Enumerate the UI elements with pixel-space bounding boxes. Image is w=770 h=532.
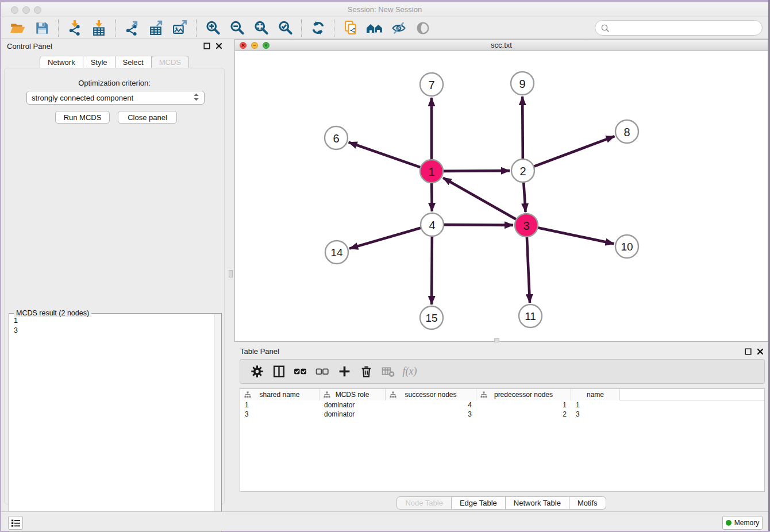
table-cell[interactable]: 4 — [386, 400, 476, 410]
zoom-in-icon[interactable] — [204, 20, 221, 37]
select-all-columns-icon[interactable] — [292, 364, 309, 380]
graph-node-label-14: 14 — [330, 246, 343, 259]
zoom-out-icon[interactable] — [228, 20, 245, 37]
add-column-icon[interactable] — [336, 364, 352, 380]
tab-network[interactable]: Network — [40, 56, 83, 68]
homes-icon[interactable] — [366, 20, 383, 37]
table-cell[interactable]: 3 — [240, 410, 319, 419]
optimization-criterion-value: strongly connected component — [32, 94, 133, 102]
table-cell[interactable]: 1 — [476, 400, 571, 410]
optimization-criterion-select[interactable]: strongly connected component — [26, 91, 205, 105]
mcds-result-text[interactable]: 1 3 — [10, 316, 18, 336]
vertical-splitter-handle[interactable] — [229, 270, 233, 277]
zoom-fit-icon[interactable] — [252, 20, 270, 37]
tab-select[interactable]: Select — [115, 56, 152, 68]
gear-icon[interactable] — [249, 364, 265, 380]
column-header-name[interactable]: name — [571, 389, 620, 400]
tab-motifs[interactable]: Motifs — [569, 496, 606, 510]
control-panel-title: Control Panel — [7, 42, 52, 51]
refresh-icon[interactable] — [309, 20, 326, 37]
network-minimize-icon[interactable]: − — [251, 42, 258, 49]
table-row[interactable]: 1dominator411 — [240, 400, 764, 410]
tab-mcds[interactable]: MCDS — [151, 56, 189, 68]
graph-edge-3-1[interactable] — [443, 178, 517, 219]
table-cell[interactable]: 1 — [571, 400, 620, 410]
tab-style[interactable]: Style — [83, 56, 116, 68]
column-header-shared-name[interactable]: shared name — [240, 389, 319, 400]
graph-edge-2-8[interactable] — [534, 136, 615, 167]
graph-node-label-7: 7 — [428, 79, 434, 91]
close-table-panel-icon[interactable] — [757, 348, 764, 355]
open-folder-icon[interactable] — [9, 20, 26, 37]
toolbar-separator — [115, 20, 116, 37]
graph-edge-4-14[interactable] — [349, 228, 421, 249]
graph-node-label-6: 6 — [333, 132, 339, 145]
graph-edge-4-3[interactable] — [444, 225, 513, 225]
graph-edge-4-15[interactable] — [432, 236, 432, 304]
export-image-icon[interactable] — [171, 20, 188, 37]
table-cell[interactable]: dominator — [319, 410, 386, 419]
column-header-MCDS-role[interactable]: MCDS role — [319, 389, 386, 400]
minimize-window-icon[interactable] — [22, 6, 30, 14]
network-window-titlebar[interactable]: ✕ − + scc.txt — [235, 40, 768, 51]
close-panel-button[interactable]: Close panel — [118, 111, 177, 124]
graph-edge-2-9[interactable] — [522, 97, 523, 159]
table-row[interactable]: 3dominator323 — [240, 410, 764, 419]
close-panel-icon[interactable] — [215, 43, 222, 49]
memory-status-icon — [726, 520, 732, 526]
attribute-tree-icon — [390, 391, 396, 398]
clone-network-icon[interactable] — [342, 20, 359, 37]
column-header-successor-nodes[interactable]: successor nodes — [386, 389, 476, 400]
export-table-icon[interactable] — [147, 20, 164, 37]
import-network-icon[interactable] — [66, 20, 83, 37]
network-view-window: ✕ − + scc.txt 7968124314101511 — [234, 39, 768, 342]
window-title: Session: New Session — [1, 2, 768, 17]
split-columns-icon[interactable] — [271, 364, 287, 380]
save-icon[interactable] — [33, 20, 51, 37]
column-label: name — [587, 391, 604, 399]
zoom-window-icon[interactable] — [34, 6, 41, 14]
main-toolbar — [1, 17, 768, 39]
zoom-selected-icon[interactable] — [276, 20, 294, 37]
clear-selected-columns-icon[interactable] — [314, 364, 330, 380]
task-history-button[interactable] — [8, 516, 23, 530]
table-cell[interactable]: 3 — [571, 410, 620, 419]
table-cell[interactable]: 2 — [476, 410, 571, 419]
tab-edge-table[interactable]: Edge Table — [452, 496, 506, 510]
float-table-panel-icon[interactable] — [745, 348, 752, 355]
tab-network-table[interactable]: Network Table — [506, 496, 569, 510]
float-panel-icon[interactable] — [203, 43, 210, 49]
mcds-panel: Optimization criterion: strongly connect… — [4, 68, 225, 504]
memory-button[interactable]: Memory — [722, 516, 763, 530]
column-header-predecessor-nodes[interactable]: predecessor nodes — [476, 389, 571, 400]
search-box[interactable] — [595, 20, 763, 36]
graph-edge-2-3[interactable] — [523, 182, 525, 212]
network-close-icon[interactable]: ✕ — [240, 42, 247, 49]
network-zoom-icon[interactable]: + — [263, 42, 270, 49]
graph-edge-3-10[interactable] — [538, 228, 614, 244]
table-cell[interactable]: dominator — [319, 400, 386, 410]
toolbar-separator — [334, 20, 334, 37]
import-table-icon[interactable] — [90, 20, 107, 37]
tab-node-table[interactable]: Node Table — [396, 496, 452, 510]
eye-slash-icon[interactable] — [390, 20, 407, 37]
close-window-icon[interactable] — [11, 6, 18, 14]
run-mcds-button[interactable]: Run MCDS — [55, 111, 110, 124]
graph-edge-1-4[interactable] — [432, 183, 432, 211]
graph-edge-1-2[interactable] — [443, 171, 510, 171]
search-input[interactable] — [610, 24, 753, 32]
network-canvas[interactable]: 7968124314101511 — [235, 52, 768, 341]
export-network-icon[interactable] — [123, 20, 140, 37]
result-scrollbar[interactable] — [214, 314, 221, 531]
table-panel-header: Table Panel — [234, 345, 768, 358]
graph-edge-1-6[interactable] — [349, 142, 421, 168]
attribute-tree-icon — [480, 391, 487, 398]
delete-column-icon[interactable] — [358, 364, 374, 380]
node-table-body: 1dominator4113dominator323 — [240, 400, 764, 419]
graph-node-label-9: 9 — [519, 78, 525, 90]
table-cell[interactable]: 3 — [386, 410, 476, 419]
delete-table-icon — [380, 364, 396, 380]
graph-edge-3-11[interactable] — [527, 237, 530, 303]
horizontal-splitter-handle[interactable] — [494, 338, 499, 342]
table-cell[interactable]: 1 — [240, 400, 319, 410]
